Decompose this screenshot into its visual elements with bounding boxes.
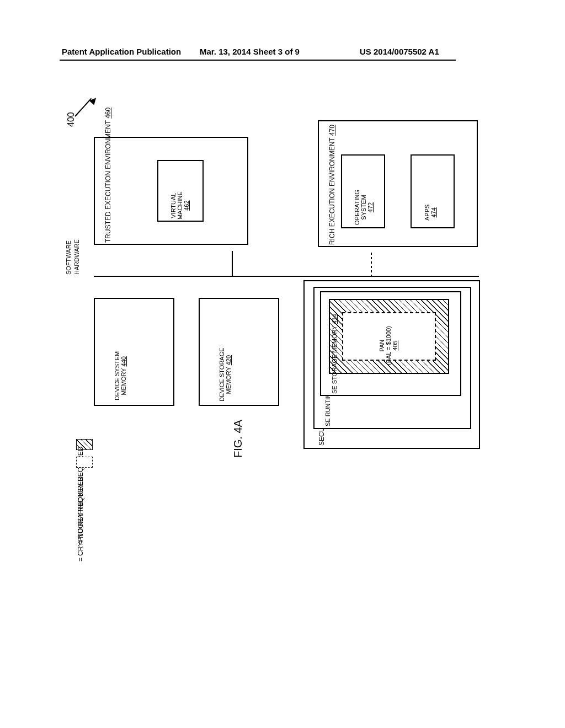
operating-system-label: OPERATING SYSTEM 472 [354, 190, 374, 225]
dsm-ref: 440 [120, 356, 127, 366]
legend-nokey-label: = NO KEY REQUIRED [77, 477, 84, 544]
figure-area: 400 TRUSTED EXECUTION ENVIRONMENT 460 VI… [72, 127, 491, 579]
header-left: Patent Application Publication [62, 47, 181, 56]
apps-ref: 474 [430, 207, 437, 217]
pan-ref: 405 [392, 340, 398, 350]
dsm-line1: DEVICE SYSTEM [114, 351, 120, 400]
dsm-line2: MEMORY [120, 366, 127, 395]
tee-text: TRUSTED EXECUTION ENVIRONMENT [104, 119, 112, 243]
device-system-memory-box [94, 298, 174, 406]
device-storage-memory-box [199, 298, 279, 406]
software-hardware-divider [94, 276, 479, 277]
vm-ref: 462 [183, 200, 190, 210]
header-right: US 2014/0075502 A1 [360, 47, 439, 56]
trusted-execution-environment-label: TRUSTED EXECUTION ENVIRONMENT 460 [104, 108, 112, 243]
rich-execution-environment-label: RICH EXECUTION ENVIRONMENT 470 [328, 125, 336, 245]
legend-swatch-nokey-icon [76, 457, 93, 468]
software-label: SOFTWARE [65, 240, 72, 275]
os-ref: 472 [367, 202, 374, 212]
figure-number-arrowhead [89, 96, 99, 105]
tee-ref: 460 [104, 108, 112, 119]
os-line2: SYSTEM [360, 195, 367, 220]
figure-caption: FIG. 4A [232, 420, 244, 458]
pan-label: PAN (BAL = $1000) 405 [379, 326, 398, 365]
header-mid: Mar. 13, 2014 Sheet 3 of 9 [200, 47, 300, 56]
dstm-ref: 420 [225, 355, 232, 365]
ree-ref: 470 [328, 125, 336, 136]
ree-text: RICH EXECUTION ENVIRONMENT [328, 136, 336, 245]
pan-line2: (BAL = $1000) [385, 326, 392, 365]
virtual-machine-label: VIRTUAL MACHINE 462 [170, 191, 190, 220]
hardware-label: HARDWARE [73, 239, 80, 275]
pan-line1: PAN [379, 340, 385, 352]
figure-number: 400 [66, 112, 76, 127]
os-line1: OPERATING [354, 190, 360, 225]
vm-line2: MACHINE [177, 191, 183, 220]
dstm-line1: DEVICE STORAGE [218, 347, 225, 402]
apps-line1: APPS [424, 205, 430, 221]
header-rule [60, 60, 456, 61]
apps-label: APPS 474 [424, 205, 437, 221]
vm-line1: VIRTUAL [170, 193, 177, 218]
dstm-line2: MEMORY [225, 365, 232, 394]
ree-connector-dashed [371, 253, 372, 276]
device-system-memory-label: DEVICE SYSTEM MEMORY 440 [114, 351, 127, 400]
tee-connector [232, 251, 233, 276]
device-storage-memory-label: DEVICE STORAGE MEMORY 420 [218, 347, 232, 402]
